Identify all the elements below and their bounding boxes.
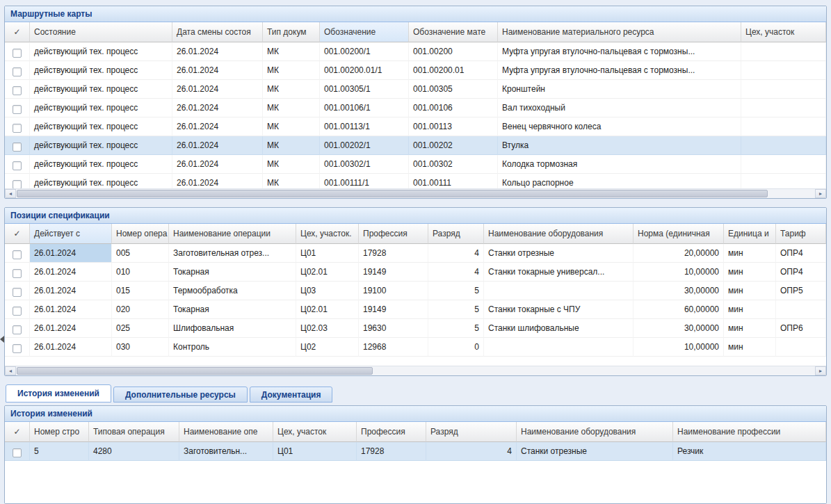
scroll-right-button[interactable]: ▸ <box>815 366 826 375</box>
table-row[interactable]: действующий тех. процесс26.01.2024МК001.… <box>5 155 826 174</box>
cell[interactable]: мин <box>724 319 776 338</box>
cell[interactable] <box>741 155 826 174</box>
cell[interactable] <box>741 80 826 99</box>
column-header[interactable]: Наименование опе <box>179 422 273 442</box>
cell[interactable]: 10,00000 <box>634 338 724 357</box>
cell[interactable]: 17928 <box>359 244 428 263</box>
row-checkbox[interactable] <box>13 143 22 152</box>
select-all-header[interactable]: ✓ <box>5 22 30 42</box>
cell[interactable]: 4 <box>428 244 484 263</box>
cell[interactable]: МК <box>263 174 320 188</box>
cell[interactable]: ОПР5 <box>776 282 826 300</box>
cell[interactable]: Станки токарные универсал... <box>484 263 634 282</box>
cell[interactable]: 26.01.2024 <box>172 174 263 188</box>
cell[interactable]: мин <box>724 263 776 282</box>
row-checkbox[interactable] <box>13 250 22 259</box>
cell[interactable]: 010 <box>112 263 169 282</box>
cell[interactable]: Термообработка <box>169 282 296 300</box>
column-header[interactable]: Состояние <box>30 22 172 42</box>
scrollbar-thumb[interactable] <box>17 367 373 375</box>
cell[interactable]: 30,00000 <box>634 319 724 338</box>
cell[interactable]: Муфта упругая втулочно-пальцевая с тормо… <box>498 42 741 61</box>
table-row[interactable]: 26.01.2024020ТокарнаяЦ02.01191495Станки … <box>5 300 826 319</box>
cell[interactable] <box>776 300 826 319</box>
cell[interactable]: мин <box>724 338 776 357</box>
cell[interactable]: Резчик <box>673 442 826 461</box>
cell[interactable]: Ц03 <box>296 282 359 300</box>
cell[interactable] <box>484 282 634 300</box>
cell[interactable]: МК <box>263 136 320 155</box>
cell[interactable]: действующий тех. процесс <box>30 174 172 188</box>
column-header[interactable]: Профессия <box>357 422 426 442</box>
cell[interactable]: МК <box>263 99 320 117</box>
spec-positions-h-scrollbar[interactable]: ◂ ▸ <box>5 366 826 375</box>
row-checkbox[interactable] <box>13 67 22 76</box>
cell[interactable] <box>741 136 826 155</box>
cell[interactable]: 19149 <box>359 263 428 282</box>
cell[interactable]: 4 <box>428 263 484 282</box>
table-row[interactable]: действующий тех. процесс26.01.2024МК001.… <box>5 174 826 188</box>
cell[interactable]: 001.00111/1 <box>320 174 409 188</box>
table-row[interactable]: 26.01.2024030КонтрольЦ0212968010,00000ми… <box>5 338 826 357</box>
cell[interactable]: Ц02.01 <box>296 263 359 282</box>
cell[interactable] <box>741 61 826 80</box>
column-header[interactable]: Номер опера <box>112 224 169 244</box>
cell[interactable] <box>741 42 826 61</box>
cell[interactable]: МК <box>263 42 320 61</box>
cell[interactable]: 26.01.2024 <box>172 42 263 61</box>
cell[interactable]: 001.00302 <box>409 155 498 174</box>
cell[interactable]: 12968 <box>359 338 428 357</box>
splitter-collapse-icon[interactable] <box>0 336 4 343</box>
column-header[interactable]: Номер стро <box>30 422 89 442</box>
cell[interactable]: 26.01.2024 <box>172 61 263 80</box>
row-checkbox[interactable] <box>13 105 22 114</box>
scrollbar-thumb[interactable] <box>17 190 768 197</box>
cell[interactable] <box>741 174 826 188</box>
cell[interactable]: МК <box>263 80 320 99</box>
table-row[interactable]: 54280Заготовительн...Ц01179284Станки отр… <box>5 442 826 461</box>
cell[interactable]: МК <box>263 155 320 174</box>
scroll-left-button[interactable]: ◂ <box>5 366 16 375</box>
column-header[interactable]: Наименование оборудования <box>484 224 634 244</box>
column-header[interactable]: Типовая операция <box>89 422 179 442</box>
table-row[interactable]: действующий тех. процесс26.01.2024МК001.… <box>5 99 826 117</box>
row-checkbox[interactable] <box>13 344 22 353</box>
column-header[interactable]: Наименование оборудования <box>517 422 673 442</box>
cell[interactable]: Ц01 <box>273 442 357 461</box>
cell[interactable]: 26.01.2024 <box>30 263 112 282</box>
column-header[interactable]: Наименование операции <box>169 224 296 244</box>
cell[interactable]: Токарная <box>169 263 296 282</box>
table-row[interactable]: 26.01.2024005Заготовительная отрез...Ц01… <box>5 244 826 263</box>
cell[interactable]: действующий тех. процесс <box>30 155 172 174</box>
cell[interactable]: 001.00111 <box>409 174 498 188</box>
column-header[interactable]: Цех, участок. <box>296 224 359 244</box>
cell[interactable]: действующий тех. процесс <box>30 117 172 136</box>
cell[interactable]: ОПР4 <box>776 263 826 282</box>
cell[interactable]: 4280 <box>89 442 179 461</box>
cell[interactable]: Втулка <box>498 136 741 155</box>
cell[interactable]: 001.00106/1 <box>320 99 409 117</box>
table-row[interactable]: действующий тех. процесс26.01.2024МК001.… <box>5 117 826 136</box>
table-row[interactable]: действующий тех. процесс26.01.2024МК001.… <box>5 42 826 61</box>
column-header[interactable]: Наименование профессии <box>673 422 826 442</box>
cell[interactable]: 001.00305 <box>409 80 498 99</box>
cell[interactable]: Кольцо распорное <box>498 174 741 188</box>
row-checkbox[interactable] <box>13 161 22 170</box>
column-header[interactable]: Разряд <box>426 422 517 442</box>
cell[interactable]: 005 <box>112 244 169 263</box>
cell[interactable]: 5 <box>428 282 484 300</box>
cell[interactable]: 001.00200.01/1 <box>320 61 409 80</box>
cell[interactable]: Заготовительная отрез... <box>169 244 296 263</box>
cell[interactable]: 19100 <box>359 282 428 300</box>
table-row[interactable]: 26.01.2024015ТермообработкаЦ0319100530,0… <box>5 282 826 300</box>
cell[interactable]: 001.00202/1 <box>320 136 409 155</box>
cell[interactable]: Станки шлифовальные <box>484 319 634 338</box>
cell[interactable]: Венец червячного колеса <box>498 117 741 136</box>
cell[interactable]: 001.00200 <box>409 42 498 61</box>
column-header[interactable]: Единица и <box>724 224 776 244</box>
cell[interactable]: 001.00200.01 <box>409 61 498 80</box>
cell[interactable]: 30,00000 <box>634 282 724 300</box>
cell[interactable]: Станки отрезные <box>517 442 673 461</box>
column-header[interactable]: Тип докум <box>263 22 320 42</box>
cell[interactable]: 26.01.2024 <box>30 244 112 263</box>
